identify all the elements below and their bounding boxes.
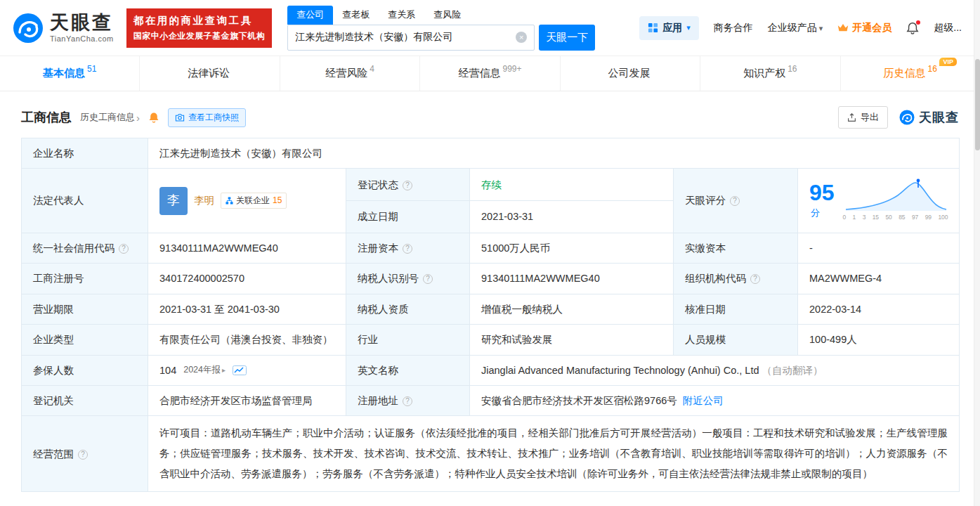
help-icon[interactable]: ? <box>750 274 760 284</box>
field-label-insured-count: 参保人数 <box>22 355 148 385</box>
tab-label: 历史信息 <box>884 67 926 80</box>
search-tab-boss[interactable]: 查老板 <box>333 6 379 25</box>
field-value-org-code: MA2WWMEG-4 <box>798 264 960 294</box>
tab-label: 基本信息 <box>43 67 85 80</box>
search-tab-company[interactable]: 查公司 <box>287 6 333 25</box>
apps-menu-button[interactable]: 应用 ▾ <box>639 16 699 40</box>
field-value-english-name: Jianglai Advanced Manufacturing Technolo… <box>470 355 960 385</box>
field-value-business-term: 2021-03-31 至 2041-03-30 <box>148 294 346 324</box>
tab-history-info[interactable]: 历史信息16VIP <box>840 56 980 91</box>
nearby-companies-link[interactable]: 附近公司 <box>683 395 724 406</box>
search-button[interactable]: 天眼一下 <box>539 25 595 51</box>
field-label-taxpayer-id: 纳税人识别号? <box>346 264 470 294</box>
field-label-reg-authority: 登记机关 <box>22 385 148 415</box>
chevron-down-icon: ▾ <box>686 23 691 32</box>
view-snapshot-button[interactable]: 查看工商快照 <box>168 108 246 127</box>
tab-count: 999+ <box>502 64 521 74</box>
business-info-section-header: 工商信息 历史工商信息› 查看工商快照 导出 天眼查 <box>21 106 959 129</box>
export-label: 导出 <box>861 111 879 124</box>
tab-business-info[interactable]: 经营信息999+ <box>419 56 559 91</box>
notification-bell-icon[interactable] <box>906 22 919 34</box>
clear-search-icon[interactable]: × <box>516 32 527 43</box>
search-block: 查公司 查老板 查关系 查风险 × 天眼一下 <box>287 6 595 51</box>
legal-rep-name-link[interactable]: 李明 <box>194 193 214 208</box>
section-title: 工商信息 <box>21 109 72 126</box>
scrollbar-thumb[interactable] <box>975 59 980 150</box>
legal-rep-avatar[interactable]: 李 <box>159 187 188 215</box>
history-business-info-link[interactable]: 历史工商信息› <box>80 111 140 124</box>
tab-label: 经营信息 <box>458 67 500 80</box>
search-input[interactable] <box>295 32 516 43</box>
insured-number: 104 <box>159 363 176 378</box>
tab-company-development[interactable]: 公司发展 <box>560 56 700 91</box>
menu-business-cooperation[interactable]: 商务合作 <box>714 22 753 34</box>
camera-icon <box>175 113 185 122</box>
tab-basic-info[interactable]: 基本信息51 <box>0 56 139 91</box>
vip-label: 开通会员 <box>852 22 891 34</box>
field-value-reg-capital: 51000万人民币 <box>470 233 674 263</box>
help-icon[interactable]: ? <box>423 274 433 284</box>
enterprise-label: 企业级产品 <box>768 22 817 33</box>
field-value-credit-code: 91340111MA2WWMEG40 <box>148 233 346 263</box>
field-label-paid-capital: 实缴资本 <box>674 233 798 263</box>
menu-enterprise-products[interactable]: 企业级产品▾ <box>768 22 823 34</box>
subscribe-bell-icon[interactable] <box>148 112 159 123</box>
field-value-paid-capital: - <box>798 233 960 263</box>
tab-business-risk[interactable]: 经营风险4 <box>280 56 419 91</box>
tab-intellectual-property[interactable]: 知识产权16 <box>700 56 839 91</box>
top-menu: 应用 ▾ 商务合作 企业级产品▾ 开通会员 超级... <box>639 16 962 40</box>
search-tab-risk[interactable]: 查风险 <box>424 6 470 25</box>
tianyancha-logo[interactable]: 天眼查 TianYanCha.com <box>13 13 114 44</box>
tab-count: 16 <box>928 64 937 74</box>
watermark-brand-name: 天眼查 <box>919 109 959 126</box>
export-icon <box>847 113 856 122</box>
table-row: 工商注册号 340172400002570 纳税人识别号? 91340111MA… <box>22 264 960 294</box>
tab-label: 公司发展 <box>608 67 650 80</box>
menu-super-vip[interactable]: 超级... <box>934 22 962 34</box>
field-label-reg-capital: 注册资本? <box>346 233 470 263</box>
help-icon[interactable]: ? <box>403 244 412 254</box>
history-link-label: 历史工商信息 <box>80 111 135 124</box>
field-value-reg-status: 存续 <box>470 169 674 201</box>
tab-count: 4 <box>370 64 374 74</box>
expand-icon: ▸ <box>222 365 226 376</box>
help-icon[interactable]: ? <box>403 396 412 406</box>
field-label-reg-number: 工商注册号 <box>22 264 148 294</box>
help-icon[interactable]: ? <box>119 244 129 254</box>
field-value-approval-date: 2022-03-14 <box>798 294 960 324</box>
field-value-reg-authority: 合肥市经济开发区市场监督管理局 <box>148 385 346 415</box>
search-tabs: 查公司 查老板 查关系 查风险 <box>287 6 595 25</box>
related-companies-tag[interactable]: 关联企业 15 <box>221 193 287 209</box>
help-icon[interactable]: ? <box>403 181 412 190</box>
search-tab-relation[interactable]: 查关系 <box>379 6 424 25</box>
export-button[interactable]: 导出 <box>838 106 888 129</box>
notification-dot <box>916 20 920 25</box>
open-vip-link[interactable]: 开通会员 <box>837 22 891 34</box>
help-icon[interactable]: ? <box>78 450 88 460</box>
tianyancha-logo-icon <box>13 13 44 44</box>
help-icon[interactable]: ? <box>730 196 740 206</box>
table-row: 经营范围? 许可项目：道路机动车辆生产；职业中介活动；认证服务（依法须经批准的项… <box>22 416 960 492</box>
annual-report-link[interactable]: 2024年报▸ <box>183 363 226 377</box>
table-row: 参保人数 104 2024年报▸ 英文名称 Jianglai Advanced … <box>22 355 960 385</box>
company-tabs: 基本信息51 法律诉讼 经营风险4 经营信息999+ 公司发展 知识产权16 历… <box>0 56 980 91</box>
insured-trend-chart-icon[interactable] <box>233 365 247 375</box>
field-label-english-name: 英文名称 <box>346 355 470 385</box>
chevron-right-icon: › <box>136 112 140 124</box>
field-value-staff-size: 100-499人 <box>798 325 960 355</box>
field-value-company-type: 有限责任公司（港澳台投资、非独资） <box>148 325 346 355</box>
related-count: 15 <box>273 194 282 207</box>
table-row: 企业名称 江来先进制造技术（安徽）有限公司 <box>22 138 960 169</box>
tab-label: 知识产权 <box>743 67 785 80</box>
table-row: 统一社会信用代码? 91340111MA2WWMEG40 注册资本? 51000… <box>22 233 960 263</box>
score-curve <box>843 179 948 212</box>
tab-legal-proceedings[interactable]: 法律诉讼 <box>139 56 279 91</box>
page-scrollbar[interactable] <box>974 0 980 506</box>
related-label: 关联企业 <box>236 194 270 207</box>
field-value-taxpayer-quality: 增值税一般纳税人 <box>470 294 674 324</box>
field-value-business-scope: 许可项目：道路机动车辆生产；职业中介活动；认证服务（依法须经批准的项目，经相关部… <box>148 416 960 492</box>
field-label-org-code: 组织机构代码? <box>674 264 798 294</box>
field-value-score: 95分 0 1 3 15 50 85 97 <box>798 169 960 233</box>
table-row: 企业类型 有限责任公司（港澳台投资、非独资） 行业 研究和试验发展 人员规模 1… <box>22 325 960 355</box>
field-label-score: 天眼评分? <box>674 169 798 233</box>
